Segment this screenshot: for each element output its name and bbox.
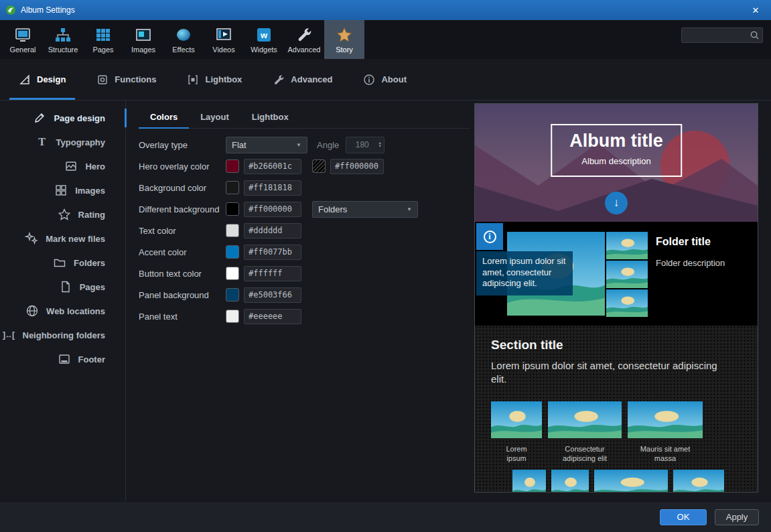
wrench-icon [273,74,285,86]
accent-color-input[interactable] [244,245,301,260]
text-color-swatch[interactable] [226,224,239,237]
tab-functions[interactable]: Functions [96,59,156,100]
thumbnail-caption: Consectetur adipiscing elit [554,444,616,464]
field-label: Panel text [139,312,226,322]
toolbar-item-videos[interactable]: Videos [204,20,244,59]
album-title: Album title [569,131,663,151]
chevron-down-icon: ▼ [407,206,412,212]
folder-icon [53,256,66,269]
sidebar-item-typography[interactable]: T Typography [0,130,125,154]
toolbar-item-story[interactable]: Story [324,20,364,59]
main-toolbar: General Structure Pages Images Effects [0,20,771,59]
toolbar-item-general[interactable]: General [3,20,43,59]
thumbnail-image [673,470,724,492]
accent-color-swatch[interactable] [226,245,239,259]
different-background-swatch[interactable] [226,202,239,216]
sidebar-item-mark-new-files[interactable]: Mark new files [0,226,125,251]
thumbnail-caption: Mauris sit amet massa [637,444,693,464]
sidebar-item-pages[interactable]: Pages [0,275,125,299]
tab-design[interactable]: Design [19,59,66,100]
toolbar-item-widgets[interactable]: w Widgets [244,20,284,59]
sidebar-item-hero[interactable]: Hero [0,154,125,178]
spinner-down-icon[interactable]: ▼ [378,145,382,148]
background-color-swatch[interactable] [226,181,239,194]
pen-icon [33,111,46,125]
field-label: Button text color [139,269,226,279]
thumbnail-image [551,470,589,492]
folder-title: Folder title [656,236,725,248]
preview-hero: Album title Album description ↓ [475,104,758,222]
tab-label: Lightbox [205,74,242,84]
button-text-color-swatch[interactable] [226,267,239,280]
button-text-color-input[interactable] [244,266,301,281]
folder-thumb [606,232,648,259]
hero-image-icon [64,159,78,173]
field-label: Accent color [139,247,226,257]
search-input[interactable] [682,31,750,40]
sidebar-item-web-locations[interactable]: Web locations [0,299,125,323]
folder-texts: Folder title Folder description [656,236,725,268]
neighboring-folders-icon: ]↔[ [2,328,15,342]
toolbar-item-images[interactable]: Images [123,20,163,59]
ok-button[interactable]: OK [660,509,707,525]
toolbar-item-label: Structure [48,46,78,54]
row-text-color: Text color [139,220,470,241]
field-label: Text color [139,226,226,236]
toolbar-item-label: Effects [172,46,194,54]
sidebar-item-folders[interactable]: Folders [0,251,125,275]
toolbar-item-advanced[interactable]: Advanced [284,20,324,59]
hero-overlay-color2-swatch[interactable] [312,159,326,173]
angle-input[interactable] [346,140,378,149]
general-icon [14,26,31,44]
toolbar-item-pages[interactable]: Pages [83,20,123,59]
thumbnail-image [628,401,703,438]
sidebar-item-page-design[interactable]: Page design [0,106,125,130]
subtab-colors[interactable]: Colors [139,106,189,128]
background-color-input[interactable] [244,180,301,196]
search-icon [750,30,760,40]
hero-overlay-color-swatch[interactable] [226,159,239,173]
angle-spinner: ▲ ▼ [346,137,384,153]
settings-rows: Overlay type Flat ▼ Angle ▲ ▼ [139,129,470,327]
toolbar-item-label: Advanced [288,46,321,54]
window-title: Album Settings [21,5,75,15]
tab-lightbox[interactable]: Lightbox [187,59,242,100]
panel-text-swatch[interactable] [226,310,239,323]
panel-background-swatch[interactable] [226,288,239,302]
spinner-buttons[interactable]: ▲ ▼ [378,141,384,148]
thumbnail: Mauris sit amet massa [628,401,703,464]
overlay-type-dropdown[interactable]: Flat ▼ [226,137,307,153]
globe-icon [25,304,39,318]
story-star-icon [336,26,353,44]
document-icon [59,280,72,293]
preview-folder: i Lorem ipsum dolor sit amet, consectetu… [475,222,758,326]
sidebar-item-neighboring-folders[interactable]: ]↔[ Neighboring folders [0,323,125,347]
hero-overlay-color-input[interactable] [244,159,301,174]
different-background-dropdown[interactable]: Folders ▼ [312,201,418,218]
text-color-input[interactable] [244,223,301,239]
panel-background-input[interactable] [244,287,301,303]
panel-text-input[interactable] [244,309,301,324]
sidebar-item-label: Neighboring folders [23,330,106,340]
apply-button[interactable]: Apply [715,509,759,525]
sidebar-item-label: Web locations [46,306,105,316]
hero-overlay-color2-input[interactable] [330,159,384,174]
toolbar-item-structure[interactable]: Structure [43,20,83,59]
subtab-layout[interactable]: Layout [189,106,240,128]
tab-advanced[interactable]: Advanced [273,59,332,100]
different-background-input[interactable] [244,202,301,217]
thumbnail-image [548,401,622,438]
sidebar-item-images[interactable]: Images [0,178,125,202]
sidebar-item-label: Rating [78,210,105,220]
field-label: Hero overlay color [139,161,226,172]
tab-about[interactable]: About [363,59,407,100]
close-button[interactable]: ✕ [740,0,771,20]
thumbnail-caption: Lorem ipsum [502,444,531,464]
tab-label: Functions [115,74,156,84]
field-label: Background color [139,183,226,193]
sidebar-item-rating[interactable]: Rating [0,202,125,226]
subtab-lightbox[interactable]: Lightbox [240,106,300,128]
thumbnail: Lorem ipsum [491,401,542,464]
toolbar-item-effects[interactable]: Effects [163,20,204,59]
sidebar-item-footer[interactable]: Footer [0,347,125,371]
